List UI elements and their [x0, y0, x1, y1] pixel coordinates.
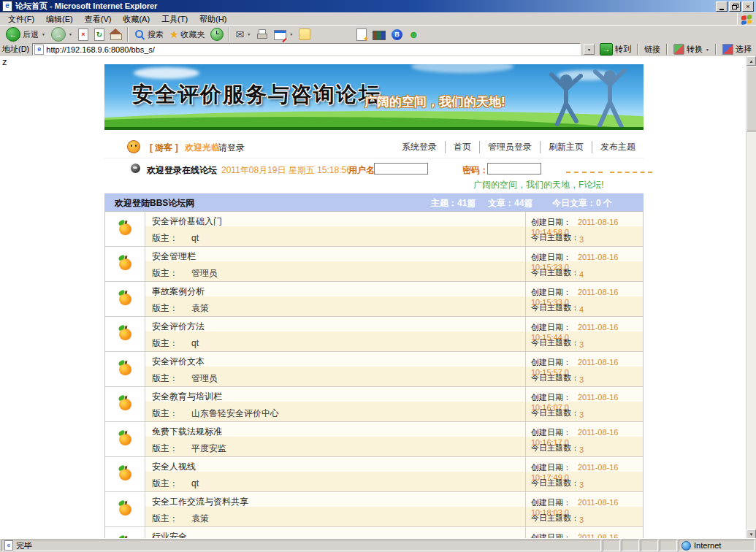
password-field[interactable]: [487, 163, 541, 175]
forum-row[interactable]: 安全评价基础入门 版主：qt 创建日期：2011-08-16 10:14:58.…: [105, 212, 643, 247]
nav-post-topic[interactable]: 发布主题: [592, 141, 644, 153]
bluetooth-button[interactable]: B: [389, 28, 405, 41]
nav-admin-login[interactable]: 管理员登录: [479, 141, 540, 153]
messenger-button[interactable]: ☻: [406, 28, 421, 40]
forum-title-link[interactable]: 免费下载法规标准: [152, 426, 222, 438]
forum-title-link[interactable]: 安全工作交流与资料共享: [152, 496, 248, 508]
vertical-scrollbar[interactable]: ▲ ▼: [746, 56, 756, 539]
forum-title-link[interactable]: 安全评价方法: [152, 321, 205, 333]
today-label: 今日主题数：: [531, 442, 579, 453]
nav-refresh-home[interactable]: 刷新主页: [540, 141, 592, 153]
scrollbar-thumb[interactable]: [747, 66, 756, 131]
moderator-name: qt: [191, 478, 199, 488]
forward-dropdown-icon[interactable]: ▼: [69, 32, 72, 37]
home-button[interactable]: [108, 28, 124, 41]
moderator-line: 版主：袁策: [152, 302, 209, 315]
mail-icon: ✉: [235, 29, 244, 39]
minimize-button[interactable]: [716, 1, 728, 12]
address-dropdown-button[interactable]: ▼: [584, 44, 595, 55]
document-star-icon: [356, 28, 367, 41]
minimize-icon: [719, 9, 724, 10]
address-separator: [715, 44, 717, 55]
address-separator: [666, 44, 668, 55]
convert-dropdown-icon[interactable]: ▼: [706, 47, 709, 52]
favorites-button[interactable]: ★ 收藏夹: [167, 28, 207, 41]
address-label: 地址(D): [2, 44, 29, 55]
nav-system-login[interactable]: 系统登录: [394, 141, 445, 153]
forum-meta-cell: 创建日期：2011-08-16 10:15:23.0 今日主题数：4: [526, 247, 643, 281]
scroll-up-button[interactable]: ▲: [747, 56, 756, 66]
menu-edit[interactable]: 编辑(E): [40, 13, 79, 26]
forum-row[interactable]: 行业安全 版主： 创建日期：2011-08-16 10:18:24.0 今日主题…: [105, 527, 643, 539]
moderator-label: 版主：: [152, 408, 178, 418]
forum-title-link[interactable]: 安全教育与培训栏: [152, 391, 222, 403]
forum-row[interactable]: 安全工作交流与资料共享 版主：袁策 创建日期：2011-08-16 10:18:…: [105, 492, 643, 527]
menu-view[interactable]: 查看(V): [79, 13, 118, 26]
today-label: 今日主题数：: [531, 232, 579, 243]
moderator-name: 山东鲁轻安全评价中心: [191, 408, 279, 418]
forum-row[interactable]: 安全教育与培训栏 版主：山东鲁轻安全评价中心 创建日期：2011-08-16 1…: [105, 387, 643, 422]
forum-row[interactable]: 安全人视线 版主：qt 创建日期：2011-08-16 10:17:49.0 今…: [105, 457, 643, 492]
address-bar: 地址(D) e http://192.168.9.6:8080/bbs_s/ ▼…: [0, 42, 756, 57]
board-title: 欢迎登陆BBS论坛网: [115, 197, 194, 210]
forum-row[interactable]: 免费下载法规标准 版主：平度安监 创建日期：2011-08-16 10:16:1…: [105, 422, 643, 457]
status-page-icon: e: [4, 540, 13, 551]
go-button[interactable]: → 转到: [597, 43, 633, 55]
stop-button[interactable]: ×: [76, 28, 91, 42]
menu-favorites[interactable]: 收藏(A): [117, 13, 156, 26]
books-icon: [373, 31, 386, 40]
username-field[interactable]: [374, 163, 428, 175]
orange-fruit-icon: [119, 294, 131, 305]
back-dropdown-icon[interactable]: ▼: [42, 32, 45, 37]
edit-button[interactable]: ▼: [272, 28, 295, 41]
address-input[interactable]: e http://192.168.9.6:8080/bbs_s/: [32, 43, 581, 55]
forum-row[interactable]: 安全管理栏 版主：管理员 创建日期：2011-08-16 10:15:23.0 …: [105, 247, 643, 282]
login-prompt-link[interactable]: 请登录: [218, 142, 245, 154]
forum-title-link[interactable]: 安全人视线: [152, 461, 196, 473]
add-favorite-button[interactable]: [354, 28, 369, 42]
back-button[interactable]: ← 后退 ▼: [4, 26, 47, 42]
ie-window-icon: e: [2, 1, 12, 12]
history-button[interactable]: [208, 27, 226, 42]
edit-dropdown-icon[interactable]: ▼: [289, 32, 293, 37]
forum-title-link[interactable]: 安全评价文本: [152, 356, 205, 368]
close-button[interactable]: ×: [742, 1, 754, 12]
nav-home[interactable]: 首页: [445, 141, 479, 153]
forum-row[interactable]: 事故案例分析 版主：袁策 创建日期：2011-08-16 10:15:33.0 …: [105, 282, 643, 317]
search-button[interactable]: 搜索: [131, 28, 166, 41]
moderator-label: 版主：: [152, 373, 178, 383]
restore-button[interactable]: [729, 1, 741, 12]
menu-file[interactable]: 文件(F): [2, 13, 40, 26]
refresh-button[interactable]: ↻: [92, 28, 107, 42]
chevron-down-icon: ▼: [587, 47, 591, 52]
orange-fruit-icon: [119, 469, 131, 480]
forward-button[interactable]: → ▼: [49, 26, 75, 42]
today-line: 今日主题数：4: [531, 302, 584, 313]
menu-help[interactable]: 帮助(H): [194, 13, 232, 26]
forum-row[interactable]: 安全评价文本 版主：管理员 创建日期：2011-08-16 10:15:57.0…: [105, 352, 643, 387]
dashed-link[interactable]: [610, 169, 652, 173]
research-button[interactable]: [370, 28, 388, 41]
forum-meta-cell: 创建日期：2011-08-16 10:16:07.0 今日主题数：3: [526, 387, 643, 421]
toolbar-separator: [127, 27, 129, 42]
forum-row[interactable]: 安全评价方法 版主：qt 创建日期：2011-08-16 10:15:44.0 …: [105, 317, 643, 352]
dashed-link[interactable]: [566, 169, 603, 173]
menu-tools[interactable]: 工具(T): [156, 13, 194, 26]
mail-button[interactable]: ✉ ▼: [233, 28, 253, 40]
links-button[interactable]: 链接: [642, 44, 663, 55]
forum-title-link[interactable]: 事故案例分析: [152, 285, 205, 298]
orange-fruit-icon: [119, 329, 131, 340]
discuss-button[interactable]: [297, 28, 313, 41]
forum-title-link[interactable]: 安全评价基础入门: [152, 215, 222, 228]
convert-button[interactable]: 转换 ▼: [671, 44, 711, 55]
board-header-bar: 欢迎登陆BBS论坛网 主题：41篇 文章：44篇 今日文章：0 个: [104, 193, 644, 211]
status-pane: [641, 540, 658, 551]
cloud-shape: [134, 67, 199, 79]
print-button[interactable]: [254, 28, 270, 41]
forum-title-link[interactable]: 安全管理栏: [152, 250, 196, 263]
forum-column: 安全评价服务与咨询论坛 广阔的空间，我们的天地! [ 游客 ] 欢迎光临 请登录…: [104, 56, 644, 539]
window-title: 论坛首页 - Microsoft Internet Explorer: [15, 1, 157, 12]
select-button[interactable]: 选择: [720, 44, 754, 55]
mail-dropdown-icon[interactable]: ▼: [247, 32, 251, 37]
address-url[interactable]: http://192.168.9.6:8080/bbs_s/: [46, 45, 580, 54]
